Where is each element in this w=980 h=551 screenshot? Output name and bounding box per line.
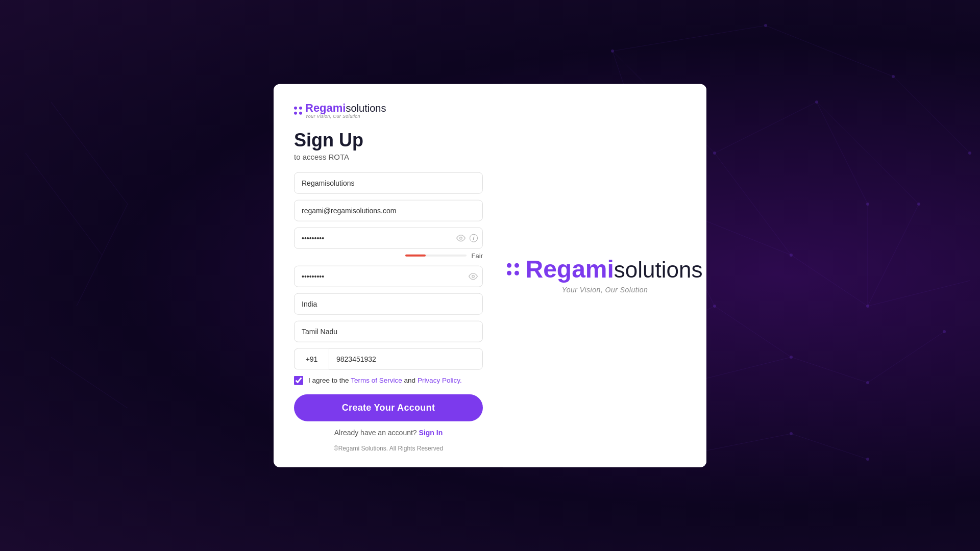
password-wrapper: i bbox=[294, 227, 483, 248]
footer-text: ©Regami Solutions. All Rights Reserved bbox=[294, 444, 483, 452]
svg-point-50 bbox=[472, 275, 475, 278]
svg-point-47 bbox=[790, 432, 793, 435]
svg-point-37 bbox=[866, 305, 869, 308]
logo-text-area: Regamisolutions Your Vision, Our Solutio… bbox=[305, 103, 386, 119]
password-icons: i bbox=[456, 233, 478, 242]
logo-dot-2 bbox=[299, 107, 302, 110]
signin-link[interactable]: Sign In bbox=[419, 428, 443, 436]
logo-dots bbox=[294, 107, 302, 115]
logo-dot-4 bbox=[299, 112, 302, 115]
svg-point-34 bbox=[892, 75, 895, 78]
svg-point-29 bbox=[611, 49, 614, 53]
svg-line-2 bbox=[817, 102, 919, 204]
strength-bar-fill bbox=[405, 255, 426, 257]
confirm-password-wrapper bbox=[294, 265, 483, 287]
signup-subtitle: to access ROTA bbox=[294, 152, 483, 161]
password-info-icon[interactable]: i bbox=[470, 234, 478, 242]
strength-bar-bg bbox=[405, 255, 467, 257]
svg-line-7 bbox=[791, 255, 868, 306]
logo-regami: Regami bbox=[305, 102, 346, 114]
checkbox-row: I agree to the Terms of Service and Priv… bbox=[294, 375, 483, 385]
terms-label: I agree to the Terms of Service and Priv… bbox=[308, 377, 462, 384]
terms-link[interactable]: Terms of Service bbox=[351, 377, 402, 384]
big-dot-4 bbox=[514, 271, 519, 276]
terms-checkbox[interactable] bbox=[294, 375, 303, 385]
svg-line-15 bbox=[715, 306, 791, 357]
signin-row: Already have an account? Sign In bbox=[294, 428, 483, 436]
signin-text: Already have an account? bbox=[334, 428, 417, 436]
svg-point-36 bbox=[790, 254, 793, 257]
logo-solutions: solutions bbox=[346, 103, 386, 114]
state-field[interactable] bbox=[294, 320, 483, 342]
confirm-password-field[interactable] bbox=[294, 265, 483, 287]
confirm-eye-icon bbox=[469, 271, 478, 281]
svg-line-1 bbox=[715, 102, 817, 153]
logo-text-main: Regamisolutions bbox=[305, 103, 386, 114]
confirm-password-icons bbox=[469, 271, 478, 281]
email-field[interactable] bbox=[294, 199, 483, 221]
svg-line-5 bbox=[893, 77, 970, 153]
svg-line-12 bbox=[817, 102, 868, 204]
svg-line-4 bbox=[766, 26, 893, 77]
toggle-password-btn[interactable] bbox=[456, 233, 465, 242]
phone-code-field[interactable] bbox=[294, 348, 329, 369]
big-logo-text: Regamisolutions bbox=[525, 257, 702, 282]
svg-point-41 bbox=[866, 381, 869, 384]
svg-point-30 bbox=[713, 152, 716, 155]
signup-title: Sign Up bbox=[294, 130, 483, 151]
svg-point-43 bbox=[790, 356, 793, 359]
eye-icon bbox=[456, 233, 465, 242]
big-logo-top: Regamisolutions bbox=[507, 257, 702, 282]
privacy-link[interactable]: Privacy Policy. bbox=[418, 377, 462, 384]
svg-line-3 bbox=[612, 26, 766, 51]
logo-dot-1 bbox=[294, 107, 297, 110]
logo-tagline: Your Vision, Our Solution bbox=[305, 114, 386, 119]
logo-panel: Regamisolutions Your Vision, Our Solutio… bbox=[503, 84, 706, 467]
and-text: and bbox=[402, 377, 418, 384]
big-dot-3 bbox=[507, 271, 511, 276]
svg-line-8 bbox=[868, 281, 970, 306]
logo-dot-3 bbox=[294, 112, 297, 115]
terms-prefix: I agree to the bbox=[308, 377, 351, 384]
password-field[interactable] bbox=[294, 227, 483, 248]
logo-small: Regamisolutions Your Vision, Our Solutio… bbox=[294, 103, 483, 119]
svg-point-35 bbox=[968, 152, 971, 155]
svg-point-48 bbox=[866, 458, 869, 461]
country-field[interactable] bbox=[294, 293, 483, 314]
svg-point-40 bbox=[866, 203, 869, 206]
big-solutions: solutions bbox=[614, 257, 703, 282]
svg-line-14 bbox=[868, 204, 919, 306]
organization-field[interactable] bbox=[294, 172, 483, 193]
svg-line-23 bbox=[791, 434, 868, 459]
strength-row: Fair bbox=[294, 252, 483, 259]
svg-line-17 bbox=[868, 332, 944, 383]
create-account-button[interactable]: Create Your Account bbox=[294, 394, 483, 421]
big-logo-area: Regamisolutions Your Vision, Our Solutio… bbox=[507, 257, 702, 294]
big-logo-tagline: Your Vision, Our Solution bbox=[562, 286, 648, 294]
svg-point-32 bbox=[917, 203, 920, 206]
strength-label: Fair bbox=[472, 252, 483, 259]
svg-line-16 bbox=[791, 357, 868, 383]
modal: Regamisolutions Your Vision, Our Solutio… bbox=[274, 84, 706, 467]
svg-line-28 bbox=[51, 357, 128, 408]
svg-point-31 bbox=[815, 101, 818, 104]
big-logo-dots bbox=[507, 263, 519, 276]
svg-point-39 bbox=[713, 305, 716, 308]
svg-point-42 bbox=[943, 330, 946, 333]
svg-point-49 bbox=[460, 237, 462, 239]
svg-line-25 bbox=[51, 102, 128, 204]
big-dot-1 bbox=[507, 263, 511, 268]
svg-line-27 bbox=[26, 153, 102, 255]
toggle-confirm-password-btn[interactable] bbox=[469, 271, 478, 281]
phone-row bbox=[294, 348, 483, 369]
form-panel: Regamisolutions Your Vision, Our Solutio… bbox=[274, 84, 503, 467]
big-dot-2 bbox=[514, 263, 519, 268]
big-regami: Regami bbox=[525, 256, 614, 283]
svg-point-33 bbox=[764, 24, 767, 27]
phone-number-field[interactable] bbox=[329, 348, 483, 369]
